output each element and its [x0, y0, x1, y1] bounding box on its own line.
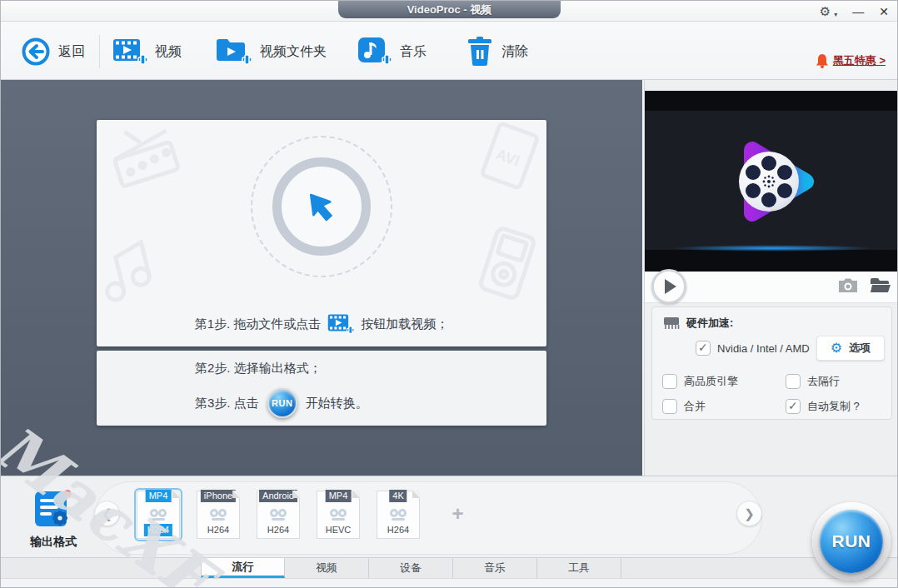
videoproc-window: VideoProc - 视频 ⚙ ▾ — ✕ 返回: [0, 0, 898, 588]
add-music-icon: [357, 36, 392, 67]
minimize-button[interactable]: —: [852, 6, 864, 17]
ipod-deco-icon: [473, 222, 541, 304]
promo-banner[interactable]: 黑五特惠 >: [816, 22, 886, 80]
add-video-icon: [112, 36, 147, 67]
drop-zone[interactable]: AVI 第1步. 拖动文件或点击: [97, 120, 546, 346]
open-folder-icon[interactable]: [870, 277, 891, 293]
chip-icon: [662, 316, 681, 330]
format-page: Android H264: [257, 491, 300, 539]
deinterlace-checkbox[interactable]: [786, 374, 801, 389]
hq-engine-checkbox[interactable]: [662, 374, 677, 389]
auto-copy-checkbox[interactable]: [786, 399, 801, 414]
format-tab-strip: 流行 视频 设备 音乐 工具: [1, 557, 898, 578]
hardware-acceleration-box: 硬件加速: Nvidia / Intel / AMD ⚙ 选项 高品质引擎 去隔…: [651, 306, 892, 420]
back-button[interactable]: 返回: [21, 33, 85, 70]
format-page: 4K H264: [377, 491, 420, 539]
scroll-left-button[interactable]: ❮: [94, 501, 120, 526]
tab-popular[interactable]: 流行: [201, 558, 285, 578]
reel-icon: [387, 508, 409, 521]
load-area-panel: AVI 第1步. 拖动文件或点击: [1, 80, 642, 476]
merge-checkbox-item[interactable]: 合并: [662, 399, 706, 414]
run-button-ring: RUN: [812, 502, 891, 581]
auto-copy-checkbox-item[interactable]: 自动复制 ?: [786, 399, 860, 414]
step2-instruction: 第2步. 选择输出格式；: [195, 361, 368, 376]
reel-icon: [327, 508, 349, 521]
gpu-row: Nvidia / Intel / AMD ⚙ 选项: [696, 336, 885, 361]
cursor-arrow-icon: [302, 187, 341, 226]
avi-file-deco-icon: AVI: [476, 118, 544, 193]
gpu-label: Nvidia / Intel / AMD: [717, 342, 810, 355]
options-gear-icon: ⚙: [831, 341, 842, 355]
toolbar-divider: [99, 35, 100, 68]
hardware-title: 硬件加速:: [686, 316, 733, 331]
bell-icon: [816, 53, 829, 68]
format-card-android-h264[interactable]: Android H264: [254, 488, 302, 541]
merge-checkbox[interactable]: [662, 399, 677, 414]
back-icon: [21, 37, 51, 67]
tab-video[interactable]: 视频: [285, 558, 369, 578]
titlebar: VideoProc - 视频 ⚙ ▾ — ✕: [1, 1, 897, 22]
output-format-button[interactable]: 输出格式: [24, 488, 82, 550]
clear-button[interactable]: 清除: [466, 33, 528, 70]
scroll-right-button[interactable]: ❯: [736, 501, 762, 526]
toolbar: 返回 视频 视频文: [1, 22, 897, 80]
run-button[interactable]: RUN: [820, 510, 883, 573]
run-mini-icon: RUN: [267, 388, 297, 418]
tab-device[interactable]: 设备: [369, 558, 453, 578]
svg-text:AVI: AVI: [494, 146, 522, 170]
add-video-inline-icon[interactable]: [327, 311, 354, 336]
drop-target[interactable]: [251, 136, 392, 277]
snapshot-camera-icon[interactable]: [838, 277, 858, 293]
steps-card: 第2步. 选择输出格式； 第3步. 点击 RUN 开始转换。: [97, 351, 546, 426]
add-music-button[interactable]: 音乐: [357, 33, 427, 70]
window-title: VideoProc - 视频: [338, 1, 561, 18]
step1-instruction: 第1步. 拖动文件或点击 按钮加载视频；: [97, 311, 546, 336]
close-button[interactable]: ✕: [879, 6, 889, 17]
play-icon: [665, 279, 676, 294]
format-card-mp4-hevc[interactable]: MP4 HEVC: [314, 488, 362, 541]
format-page: MP4 H264: [137, 491, 180, 539]
add-video-folder-button[interactable]: 视频文件夹: [216, 33, 327, 70]
video-preview[interactable]: [645, 91, 898, 272]
right-panel: 硬件加速: Nvidia / Intel / AMD ⚙ 选项 高品质引擎 去隔…: [644, 80, 898, 476]
add-video-button[interactable]: 视频: [112, 33, 182, 70]
step3-instruction: 第3步. 点击 RUN 开始转换。: [195, 388, 368, 418]
music-note-deco-icon: [90, 231, 165, 317]
tab-tools[interactable]: 工具: [537, 558, 621, 578]
gpu-checkbox[interactable]: [696, 341, 711, 356]
options-button[interactable]: ⚙ 选项: [816, 336, 885, 361]
format-card-mp4-h264[interactable]: MP4 H264: [134, 488, 182, 541]
promo-link[interactable]: 黑五特惠 >: [833, 53, 886, 68]
drop-ring: [272, 157, 371, 256]
settings-gear-icon[interactable]: ⚙: [820, 5, 831, 17]
format-card-4k-h264[interactable]: 4K H264: [374, 488, 422, 541]
videoproc-logo: [714, 127, 831, 236]
preview-controls: [645, 272, 898, 303]
reel-icon: [147, 508, 169, 521]
output-format-label: 输出格式: [24, 535, 82, 550]
format-page: MP4 HEVC: [317, 491, 360, 539]
trash-icon: [466, 36, 494, 67]
play-button[interactable]: [651, 269, 686, 304]
bottom-status-strip: [1, 578, 898, 588]
bottom-bar: 输出格式 ❮ MP4 H264 iPhone H264 Android H264: [1, 476, 898, 588]
settings-caret-icon[interactable]: ▾: [834, 11, 837, 18]
reel-icon: [207, 508, 229, 521]
format-card-iphone-h264[interactable]: iPhone H264: [194, 488, 242, 541]
format-page: iPhone H264: [197, 491, 240, 539]
deinterlace-checkbox-item[interactable]: 去隔行: [786, 374, 840, 389]
tab-music[interactable]: 音乐: [453, 558, 537, 578]
output-format-icon: [24, 488, 82, 531]
hq-engine-checkbox-item[interactable]: 高品质引擎: [662, 374, 738, 389]
reel-icon: [267, 508, 289, 521]
add-format-button[interactable]: +: [445, 501, 471, 526]
add-video-folder-icon: [216, 36, 252, 67]
clapper-deco-icon: [100, 113, 192, 200]
glow-line: [671, 245, 875, 252]
